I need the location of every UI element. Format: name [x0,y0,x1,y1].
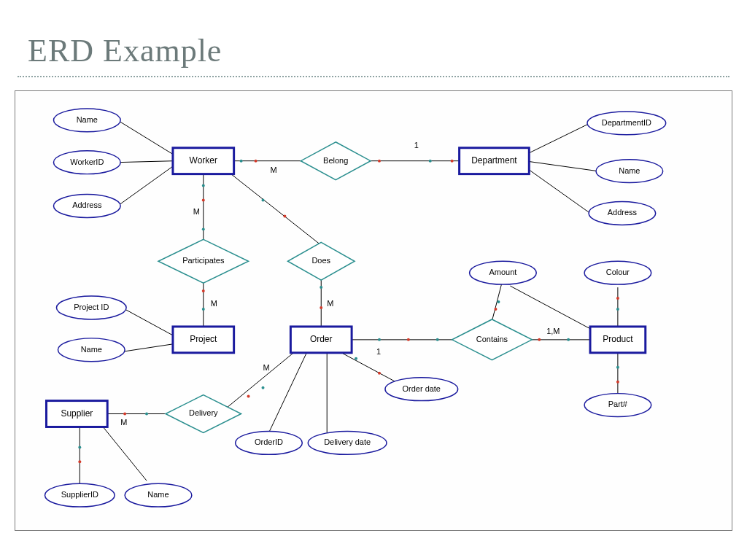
svg-line-12 [125,344,173,351]
attr-worker-address: Address [53,195,120,218]
entity-product: Product [590,327,646,353]
svg-line-0 [117,120,174,155]
attr-colour: Colour [584,261,651,284]
svg-text:Project: Project [190,334,217,344]
svg-point-47 [494,308,497,311]
attr-dept-name: Name [596,160,663,183]
svg-point-44 [538,338,541,341]
svg-text:Part#: Part# [608,400,628,408]
entity-project: Project [173,327,234,353]
svg-text:Delivery date: Delivery date [324,438,371,446]
rel-belong: Belong [301,142,371,180]
svg-line-17 [510,286,592,330]
svg-point-38 [283,214,286,217]
svg-point-54 [145,413,148,416]
attr-worker-name: Name [53,109,120,132]
svg-point-39 [320,286,322,289]
svg-point-46 [497,300,500,303]
svg-text:Name: Name [147,490,169,499]
svg-line-21 [341,353,401,385]
rel-delivery: Delivery [166,395,241,433]
attr-amount: Amount [470,261,537,284]
attr-order-date: Order date [385,378,458,401]
attr-dept-address: Address [589,201,656,225]
svg-point-41 [378,338,381,341]
card-contains-prod: 1,M [546,327,560,335]
svg-point-36 [202,308,205,311]
entity-department: Department [460,148,530,174]
entity-supplier: Supplier [46,401,107,427]
svg-line-5 [525,167,590,214]
erd-svg: Name WorkerID Address DepartmentID Name … [15,91,732,530]
card-deliv-order: M [263,363,270,372]
svg-text:DepartmentID: DepartmentID [602,118,651,127]
card-part-project: M [211,299,217,308]
svg-line-3 [525,123,590,155]
svg-text:OrderID: OrderID [255,438,283,446]
edge-dots [78,160,619,464]
svg-point-59 [378,372,381,375]
card-deliv-supplier: M [120,418,127,427]
svg-point-58 [355,357,357,360]
svg-text:Name: Name [81,345,102,354]
attr-project-id: Project ID [56,296,126,319]
svg-line-25 [103,427,147,481]
svg-point-29 [378,160,381,163]
slide: ERD Example [0,0,747,560]
rel-participates: Participates [158,239,249,283]
svg-point-40 [320,306,322,309]
svg-text:Order date: Order date [403,384,441,393]
svg-text:Order: Order [310,334,333,344]
svg-point-53 [247,395,250,398]
svg-text:Contains: Contains [476,335,508,343]
rel-contains: Contains [452,319,533,360]
svg-text:Supplier: Supplier [61,408,93,419]
svg-point-35 [202,289,205,292]
svg-text:Amount: Amount [489,268,517,276]
svg-point-42 [407,338,410,341]
svg-point-55 [123,413,126,416]
svg-text:Address: Address [72,201,102,209]
svg-point-32 [202,184,205,187]
svg-text:Product: Product [603,334,633,344]
svg-point-56 [78,446,81,448]
svg-text:Delivery: Delivery [189,408,218,417]
attr-order-id: OrderID [236,431,303,454]
svg-text:WorkerID: WorkerID [70,158,104,166]
svg-point-31 [451,160,454,163]
attr-dept-id: DepartmentID [587,112,666,135]
attr-worker-id: WorkerID [53,151,120,174]
svg-text:Belong: Belong [323,156,348,165]
svg-point-33 [202,199,205,202]
page-title: ERD Example [28,32,222,69]
attr-project-name: Name [58,338,125,362]
svg-line-4 [525,161,597,171]
card-part-worker: M [193,207,200,216]
attr-delivery-date: Delivery date [308,431,387,454]
svg-text:Project ID: Project ID [74,303,109,311]
svg-point-27 [255,160,258,163]
diagram-canvas: Name WorkerID Address DepartmentID Name … [15,90,732,531]
svg-text:Name: Name [619,166,640,175]
title-divider [18,76,729,77]
rel-does: Does [287,242,355,280]
svg-point-34 [202,228,205,230]
svg-text:Department: Department [471,155,517,166]
svg-point-49 [616,297,619,300]
svg-line-1 [117,161,174,163]
svg-text:Does: Does [311,256,330,265]
svg-text:Participates: Participates [182,256,225,265]
svg-point-26 [240,160,243,163]
svg-text:Name: Name [77,115,98,124]
svg-line-9 [231,174,322,246]
card-does-order: M [327,299,333,308]
svg-point-30 [429,160,432,163]
svg-point-48 [616,308,619,311]
svg-text:Address: Address [608,208,638,217]
entity-worker: Worker [173,148,234,174]
svg-line-19 [268,353,306,433]
svg-line-2 [117,166,174,206]
svg-line-18 [492,284,501,321]
svg-point-50 [616,366,619,369]
svg-line-11 [125,309,173,335]
